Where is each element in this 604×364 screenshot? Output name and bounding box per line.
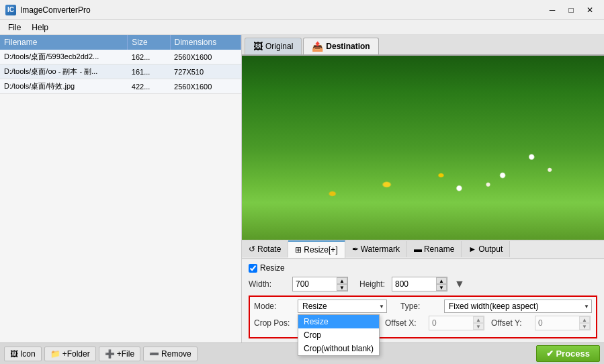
offsety-spin-buttons: ▲ ▼: [579, 316, 590, 330]
width-spinner[interactable]: ▲ ▼: [292, 277, 348, 291]
tool-tab-output-label: Output: [478, 244, 503, 254]
table-row[interactable]: D:/tools/桌面/5993ecb2dd2... 162... 2560X1…: [0, 50, 241, 64]
col-header-dims: Dimensions: [170, 35, 241, 50]
icon-btn-label: Icon: [20, 349, 36, 359]
icon-btn-icon: 🖼: [10, 349, 18, 359]
mode-popup-item-resize[interactable]: Resize: [298, 315, 379, 328]
main-container: Filename Size Dimensions D:/tools/桌面/599…: [0, 35, 604, 343]
cell-dims: 727X510: [170, 64, 241, 79]
mode-dropdown-popup: Resize Crop Crop(without blank): [298, 314, 380, 356]
file-icon: ➕: [105, 349, 115, 359]
tool-tab-watermark-label: Watermark: [361, 244, 400, 254]
offsetx-spinner[interactable]: ▲ ▼: [429, 316, 484, 330]
width-label: Width:: [249, 279, 286, 289]
width-spin-up[interactable]: ▲: [337, 277, 347, 284]
tool-tab-output[interactable]: ► Output: [462, 241, 510, 257]
width-input[interactable]: [293, 278, 337, 290]
remove-button[interactable]: ➖ Remove: [143, 347, 198, 361]
tab-original[interactable]: 🖼 Original: [245, 38, 302, 54]
offsetx-input[interactable]: [429, 317, 473, 329]
remove-icon: ➖: [149, 349, 159, 359]
col-header-filename: Filename: [0, 35, 128, 50]
offsety-input[interactable]: [535, 317, 579, 329]
tool-tab-rotate[interactable]: ↺ Rotate: [242, 241, 288, 257]
offsety-spin-up[interactable]: ▲: [579, 316, 590, 323]
col-header-size: Size: [128, 35, 170, 50]
mode-popup-item-crop-blank[interactable]: Crop(without blank): [298, 342, 379, 355]
height-spin-buttons: ▲ ▼: [436, 277, 447, 291]
mode-popup-item-crop[interactable]: Crop: [298, 328, 379, 342]
resize-checkbox[interactable]: [249, 264, 257, 273]
cell-dims: 2560X1600: [170, 50, 241, 64]
tool-tab-rename[interactable]: ▬ Rename: [407, 241, 462, 257]
original-tab-icon: 🖼: [253, 41, 263, 52]
width-spin-down[interactable]: ▼: [337, 284, 347, 291]
preview-tab-bar: 🖼 Original 📤 Destination: [242, 35, 604, 56]
menu-file[interactable]: File: [3, 21, 26, 34]
resize-label: Resize: [260, 263, 285, 273]
options-panel: Resize Width: ▲ ▼ Height: ▲ ▼: [242, 259, 604, 343]
offsetx-spin-up[interactable]: ▲: [473, 316, 484, 323]
cell-dims: 2560X1600: [170, 79, 241, 94]
height-arrow-icon: ▼: [454, 278, 465, 290]
preview-image-canvas: [242, 56, 604, 240]
rotate-icon: ↺: [249, 244, 255, 254]
cell-filename: D:/tools/桌面/oo - 副本 - 副...: [0, 64, 128, 79]
app-icon-text: IC: [7, 6, 14, 13]
tab-destination[interactable]: 📤 Destination: [303, 38, 378, 54]
table-row[interactable]: D:/tools/桌面/特效.jpg 422... 2560X1600: [0, 79, 241, 94]
type-label: Type:: [400, 302, 437, 311]
height-spin-up[interactable]: ▲: [436, 277, 447, 284]
tab-destination-label: Destination: [326, 42, 370, 51]
offsety-spin-down[interactable]: ▼: [579, 323, 590, 330]
tool-tab-watermark[interactable]: ✒ Watermark: [345, 241, 407, 257]
process-btn-label: Process: [556, 349, 590, 359]
file-button[interactable]: ➕ +File: [99, 347, 140, 361]
resize-icon: ⊞: [295, 245, 302, 255]
folder-icon: 📁: [50, 349, 60, 359]
file-btn-label: +File: [117, 349, 134, 359]
height-spin-down[interactable]: ▼: [436, 284, 447, 291]
icon-button[interactable]: 🖼 Icon: [4, 347, 42, 361]
offsety-label: Offset Y:: [491, 318, 528, 328]
offsety-spinner[interactable]: ▲ ▼: [535, 316, 591, 330]
tab-original-label: Original: [265, 42, 293, 51]
tool-tab-rename-label: Rename: [424, 244, 454, 254]
offsetx-spin-down[interactable]: ▼: [473, 323, 484, 330]
image-preview: [242, 56, 604, 240]
remove-btn-label: Remove: [161, 349, 191, 359]
left-panel: Filename Size Dimensions D:/tools/桌面/599…: [0, 35, 242, 343]
width-spin-buttons: ▲ ▼: [337, 277, 347, 291]
watermark-icon: ✒: [352, 244, 359, 254]
mode-dropdown-wrap: Resize Crop Crop(without blank) ▼ Resize…: [298, 300, 387, 313]
cell-filename: D:/tools/桌面/特效.jpg: [0, 79, 128, 94]
close-button[interactable]: ✕: [581, 3, 599, 17]
titlebar-title: ImageConverterPro: [20, 5, 91, 15]
mode-type-row: Mode: Resize Crop Crop(without blank) ▼: [254, 300, 592, 313]
croppos-label: Crop Pos:: [254, 318, 291, 328]
mode-select[interactable]: Resize Crop Crop(without blank): [298, 300, 387, 313]
width-height-row: Width: ▲ ▼ Height: ▲ ▼ ▼: [249, 277, 597, 291]
type-dropdown-wrap[interactable]: Fixed width(keep aspect) Fixed height(ke…: [444, 300, 592, 313]
folder-btn-label: +Folder: [62, 349, 90, 359]
height-label: Height:: [355, 279, 385, 289]
tool-tab-rotate-label: Rotate: [257, 244, 281, 254]
right-panel: 🖼 Original 📤 Destination ↺ Rotate ⊞ Resi…: [242, 35, 604, 343]
type-select[interactable]: Fixed width(keep aspect) Fixed height(ke…: [444, 300, 592, 313]
minimize-button[interactable]: ─: [544, 3, 561, 17]
titlebar-left: IC ImageConverterPro: [5, 5, 91, 15]
table-row[interactable]: D:/tools/桌面/oo - 副本 - 副... 161... 727X51…: [0, 64, 241, 79]
height-input[interactable]: [392, 278, 436, 290]
mode-select-container[interactable]: Resize Crop Crop(without blank) ▼: [298, 300, 387, 313]
app-icon: IC: [5, 5, 16, 15]
tool-tab-resize[interactable]: ⊞ Resize[+]: [288, 240, 345, 258]
tool-tab-resize-label: Resize[+]: [304, 245, 337, 255]
folder-button[interactable]: 📁 +Folder: [44, 347, 96, 361]
menu-help[interactable]: Help: [26, 21, 54, 34]
process-button[interactable]: ✔ Process: [536, 345, 600, 362]
destination-tab-icon: 📤: [312, 41, 323, 52]
process-checkmark-icon: ✔: [546, 349, 554, 359]
output-icon: ►: [468, 244, 476, 254]
maximize-button[interactable]: □: [562, 3, 580, 17]
height-spinner[interactable]: ▲ ▼: [392, 277, 447, 291]
